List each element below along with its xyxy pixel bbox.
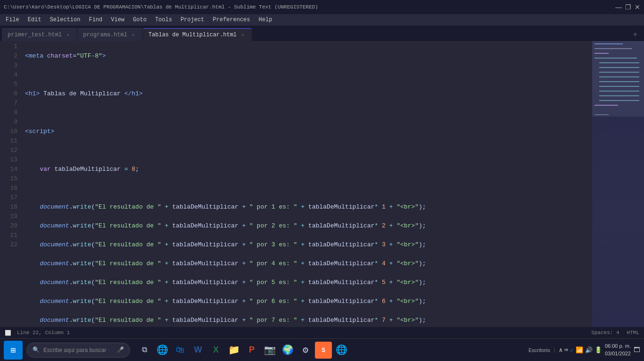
menu-selection[interactable]: Selection bbox=[46, 16, 84, 24]
tab-label: primer_test.html bbox=[8, 32, 62, 38]
taskbar: ⊞ 🔍 Escribe aquí para buscar 🎤 ⧉ 🌐 🛍 W X… bbox=[0, 338, 644, 361]
store-icon[interactable]: 🛍 bbox=[172, 342, 189, 359]
code-line-7: var tablaDeMultiplicar = 8; bbox=[25, 165, 588, 174]
tab-tablas[interactable]: Tablas de Multiplicar.html ✕ bbox=[143, 28, 252, 41]
menu-tools[interactable]: Tools bbox=[151, 16, 176, 24]
keyboard-icon: ⌨ bbox=[564, 346, 568, 354]
code-line-9: document.write("El resultado de " + tabl… bbox=[25, 202, 588, 212]
code-line-13: document.write("El resultado de " + tabl… bbox=[25, 278, 588, 287]
spaces-info: Spaces: 4 bbox=[591, 330, 619, 336]
title-bar: C:\Users\Karo\Desktop\LOGICA DE PROGRAMA… bbox=[0, 0, 644, 14]
new-tab-button[interactable]: + bbox=[628, 29, 642, 41]
code-line-6 bbox=[25, 146, 588, 155]
tray-separator: | bbox=[553, 347, 556, 353]
status-indicator: ⬜ bbox=[5, 330, 11, 336]
tab-close-icon[interactable]: ✕ bbox=[239, 32, 246, 38]
window-controls[interactable]: — ❐ ✕ bbox=[616, 4, 640, 10]
code-line-10: document.write("El resultado de " + tabl… bbox=[25, 221, 588, 231]
code-line-11: document.write("El resultado de " + tabl… bbox=[25, 240, 588, 250]
sublime-icon[interactable]: S bbox=[315, 342, 332, 359]
taskbar-pinned-apps: ⧉ 🌐 🛍 W X 📁 P 📷 🌍 ⚙️ S 🌐 bbox=[136, 342, 350, 359]
editor: 12345 678910 1112131415 1617181920 2122 … bbox=[0, 41, 644, 327]
tab-bar: primer_test.html ✕ programa.html ✕ Tabla… bbox=[0, 25, 644, 41]
battery-icon[interactable]: 🔋 bbox=[594, 346, 602, 354]
code-line-4 bbox=[25, 108, 588, 118]
tab-programa[interactable]: programa.html ✕ bbox=[77, 28, 142, 41]
menu-goto[interactable]: Goto bbox=[129, 16, 150, 24]
tab-primer-test[interactable]: primer_test.html ✕ bbox=[2, 28, 77, 41]
word-icon[interactable]: W bbox=[190, 342, 206, 359]
search-placeholder: Escribe aquí para buscar bbox=[43, 347, 106, 353]
code-line-8 bbox=[25, 184, 588, 193]
camera-icon[interactable]: 📷 bbox=[261, 342, 278, 359]
minimap bbox=[592, 41, 644, 327]
title-text: C:\Users\Karo\Desktop\LOGICA DE PROGRAMA… bbox=[4, 4, 318, 10]
browser-icon[interactable]: 🌍 bbox=[279, 342, 296, 359]
excel-icon[interactable]: X bbox=[207, 342, 224, 359]
encoding-info: HTML bbox=[627, 330, 639, 336]
tab-close-icon[interactable]: ✕ bbox=[130, 32, 137, 38]
ie-icon[interactable]: 🌐 bbox=[333, 342, 350, 359]
clock[interactable]: 06:00 p. m. 03/01/2022 bbox=[605, 343, 631, 357]
line-numbers: 12345 678910 1112131415 1617181920 2122 bbox=[0, 41, 21, 327]
taskview-button[interactable]: ⧉ bbox=[136, 342, 153, 359]
volume-icon[interactable]: 🔊 bbox=[585, 346, 593, 354]
tray-icons: ∧ ⌨ ✓ 📶 🔊 🔋 bbox=[559, 346, 602, 354]
code-line-1: <meta charset="UTF-8"> bbox=[25, 51, 588, 61]
desktop-label: Escritorio bbox=[528, 347, 550, 353]
network-icon[interactable]: 📶 bbox=[576, 346, 583, 354]
system-tray: Escritorio | ∧ ⌨ ✓ 📶 🔊 🔋 06:00 p. m. 03/… bbox=[528, 343, 640, 357]
date-display: 03/01/2022 bbox=[605, 350, 631, 357]
start-button[interactable]: ⊞ bbox=[4, 341, 23, 360]
maximize-button[interactable]: ❐ bbox=[625, 4, 631, 10]
menu-project[interactable]: Project bbox=[177, 16, 208, 24]
code-line-2 bbox=[25, 70, 588, 80]
line-column: Line 22, Column 1 bbox=[17, 330, 70, 336]
code-editor[interactable]: <meta charset="UTF-8"> <h1> Tablas de Mu… bbox=[21, 41, 592, 327]
status-bar: ⬜ Line 22, Column 1 Spaces: 4 HTML bbox=[0, 327, 644, 338]
minimize-button[interactable]: — bbox=[616, 4, 621, 10]
arrow-icon[interactable]: ∧ bbox=[559, 346, 562, 354]
chrome-icon[interactable]: 🌐 bbox=[154, 342, 171, 359]
close-button[interactable]: ✕ bbox=[635, 4, 640, 10]
code-line-15: document.write("El resultado de " + tabl… bbox=[25, 316, 588, 325]
menu-view[interactable]: View bbox=[107, 16, 128, 24]
menu-edit[interactable]: Edit bbox=[24, 16, 45, 24]
settings-icon[interactable]: ⚙️ bbox=[297, 342, 314, 359]
menu-find[interactable]: Find bbox=[85, 16, 106, 24]
files-icon[interactable]: 📁 bbox=[225, 342, 242, 359]
minimap-overlay bbox=[592, 41, 644, 327]
menu-preferences[interactable]: Preferences bbox=[209, 16, 254, 24]
microphone-icon: 🎤 bbox=[117, 346, 124, 353]
code-line-12: document.write("El resultado de " + tabl… bbox=[25, 259, 588, 269]
code-line-5: <script> bbox=[25, 127, 588, 136]
svg-rect-15 bbox=[592, 41, 644, 117]
menu-help[interactable]: Help bbox=[255, 16, 276, 24]
menu-bar: File Edit Selection Find View Goto Tools… bbox=[0, 14, 644, 25]
powerpoint-icon[interactable]: P bbox=[243, 342, 260, 359]
time-display: 06:00 p. m. bbox=[605, 343, 631, 350]
notification-button[interactable]: 🗔 bbox=[634, 346, 640, 354]
check-icon: ✓ bbox=[570, 346, 574, 354]
tab-label: Tablas de Multiplicar.html bbox=[149, 32, 237, 38]
code-line-3: <h1> Tablas de Multiplicar </h1> bbox=[25, 89, 588, 99]
code-line-14: document.write("El resultado de " + tabl… bbox=[25, 297, 588, 306]
tab-close-icon[interactable]: ✕ bbox=[65, 32, 71, 38]
menu-file[interactable]: File bbox=[2, 16, 23, 24]
search-icon: 🔍 bbox=[33, 346, 40, 353]
taskbar-search[interactable]: 🔍 Escribe aquí para buscar 🎤 bbox=[26, 343, 130, 358]
tab-label: programa.html bbox=[83, 32, 127, 38]
